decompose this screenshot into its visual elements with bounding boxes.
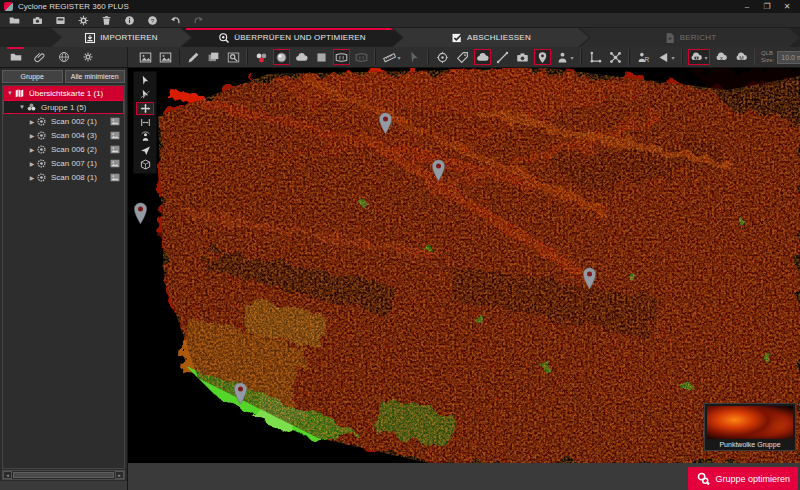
caret-down-icon[interactable]: ▼ <box>18 104 26 110</box>
scan-pin-5[interactable] <box>233 382 248 405</box>
snapshot-icon[interactable] <box>514 49 531 65</box>
cloud-mesh-icon[interactable]: M <box>733 49 750 65</box>
workflow-tab-bericht[interactable]: BERICHT <box>580 28 800 47</box>
multi-target-icon[interactable] <box>253 49 270 65</box>
caret-right-icon[interactable]: ▶ <box>28 132 36 139</box>
qlb-size-input[interactable]: 10.0 m <box>777 51 800 64</box>
tree-item-gruppe-1-5-[interactable]: ▼Gruppe 1 (5) <box>3 100 124 114</box>
panorama-view-icon[interactable] <box>333 49 350 65</box>
fly-tool-icon[interactable] <box>136 144 154 157</box>
scan-icon <box>36 172 48 183</box>
storage-icon[interactable] <box>54 14 67 26</box>
caret-right-icon[interactable]: ▶ <box>28 118 36 125</box>
workflow-bar: IMPORTIERENÜBERPRÜFEN UND OPTIMIERENABSC… <box>0 28 800 47</box>
scroll-right-arrow[interactable]: ▸ <box>115 471 124 479</box>
pan-tool-icon[interactable] <box>136 102 154 115</box>
quick-access-toolbar: ? <box>0 13 800 28</box>
apply-control-icon[interactable] <box>587 49 604 65</box>
info-icon[interactable] <box>123 14 136 26</box>
uav-setup-icon[interactable] <box>607 49 624 65</box>
settings-icon[interactable] <box>77 14 90 26</box>
thumbnail-strip-alt-icon[interactable] <box>157 49 174 65</box>
add-tag-icon[interactable] <box>454 49 471 65</box>
tree-item--bersichtskarte-1-1-[interactable]: ▼Übersichtskarte 1 (1) <box>3 86 124 100</box>
collapse-all-button[interactable]: Alle minimieren <box>65 70 126 83</box>
scan-pin-2[interactable] <box>378 112 393 135</box>
deselect-tool-icon[interactable] <box>136 88 154 101</box>
scroll-left-arrow[interactable]: ◂ <box>3 471 12 479</box>
tree-item-label: Scan 007 (1) <box>51 159 97 168</box>
measure-tool-icon[interactable]: ▾ <box>381 49 403 65</box>
sidebar-tab-strip <box>0 47 128 67</box>
window-title: Cyclone REGISTER 360 PLUS <box>18 2 738 11</box>
caret-right-icon[interactable]: ▶ <box>28 174 36 181</box>
cloud-link-icon[interactable] <box>474 49 491 65</box>
scan-tree: ▼Übersichtskarte 1 (1)▼Gruppe 1 (5)▶Scan… <box>2 85 125 469</box>
title-bar: Cyclone REGISTER 360 PLUS –❐✕ <box>0 0 800 13</box>
scan-icon <box>36 130 48 141</box>
walk-view-tool-icon[interactable] <box>136 130 154 143</box>
sidebar-horizontal-scrollbar[interactable]: ◂ ▸ <box>2 470 125 480</box>
minimize-button[interactable]: – <box>738 1 756 12</box>
publish-cloud-icon[interactable]: ▾ <box>688 49 710 65</box>
add-location-pin-icon[interactable] <box>534 49 551 65</box>
scan-pin-1[interactable] <box>133 202 148 225</box>
select-tool-icon[interactable] <box>136 74 154 87</box>
pointcloud-render <box>128 68 800 463</box>
tree-item-scan-004-3-[interactable]: ▶Scan 004 (3) <box>3 128 124 142</box>
scan-pin-3[interactable] <box>431 159 446 182</box>
sphere-target-icon[interactable] <box>273 49 290 65</box>
draw-line-icon[interactable] <box>494 49 511 65</box>
tree-item-scan-007-1-[interactable]: ▶Scan 007 (1) <box>3 156 124 170</box>
limit-cone-icon[interactable]: ▾ <box>655 49 677 65</box>
caret-down-icon[interactable]: ▼ <box>6 90 14 96</box>
undo-icon[interactable] <box>169 14 182 26</box>
workflow-tab-abschliessen[interactable]: ABSCHLIESSEN <box>393 28 589 47</box>
scan-pin-4[interactable] <box>582 267 597 290</box>
pointcloud-viewport[interactable]: Punktwolke Gruppe <box>128 68 800 463</box>
delete-icon[interactable] <box>100 14 113 26</box>
open-project-icon[interactable] <box>8 14 21 26</box>
scan-thumbnail-icon[interactable] <box>109 172 121 183</box>
scan-icon <box>36 158 48 169</box>
tree-item-label: Scan 002 (1) <box>51 117 97 126</box>
zoom-window-icon[interactable] <box>225 49 242 65</box>
tree-item-scan-002-1-[interactable]: ▶Scan 002 (1) <box>3 114 124 128</box>
plane-target-icon[interactable] <box>313 49 330 65</box>
viewer-position-icon[interactable]: ▾ <box>554 49 576 65</box>
cloud-export-icon[interactable]: x <box>713 49 730 65</box>
tree-item-scan-006-2-[interactable]: ▶Scan 006 (2) <box>3 142 124 156</box>
cloud-mode-icon[interactable] <box>293 49 310 65</box>
tab-attachments[interactable] <box>32 50 47 65</box>
svg-text:x: x <box>720 54 723 60</box>
tab-web[interactable] <box>56 50 71 65</box>
scan-thumbnail-icon[interactable] <box>109 116 121 127</box>
cube-view-tool-icon[interactable] <box>136 158 154 171</box>
target-disc-icon[interactable] <box>434 49 451 65</box>
optimize-group-button[interactable]: Gruppe optimieren <box>688 467 798 490</box>
scan-thumbnail-icon[interactable] <box>109 144 121 155</box>
distance-tool-icon[interactable] <box>136 116 154 129</box>
maximize-button[interactable]: ❐ <box>758 1 776 12</box>
caret-right-icon[interactable]: ▶ <box>28 146 36 153</box>
group-icon <box>26 102 38 113</box>
caret-right-icon[interactable]: ▶ <box>28 160 36 167</box>
scrollbar-thumb[interactable] <box>13 472 114 478</box>
map-icon <box>14 88 26 99</box>
tree-item-scan-008-1-[interactable]: ▶Scan 008 (1) <box>3 170 124 184</box>
thumbnail-strip-icon[interactable] <box>137 49 154 65</box>
workflow-tab--berpr-fen-und-optimieren[interactable]: ÜBERPRÜFEN UND OPTIMIEREN <box>182 28 402 47</box>
scan-thumbnail-icon[interactable] <box>109 130 121 141</box>
close-button[interactable]: ✕ <box>778 1 796 12</box>
split-view-icon[interactable] <box>205 49 222 65</box>
import-images-icon[interactable] <box>31 14 44 26</box>
help-icon[interactable]: ? <box>146 14 159 26</box>
tab-options[interactable] <box>80 50 95 65</box>
group-thumbnail-panel[interactable]: Punktwolke Gruppe <box>704 403 796 451</box>
register-assist-icon[interactable]: R <box>635 49 652 65</box>
scan-thumbnail-icon[interactable] <box>109 158 121 169</box>
collapse-group-button[interactable]: Gruppe minimieren <box>2 70 63 83</box>
workflow-tab-importieren[interactable]: IMPORTIEREN <box>51 28 191 47</box>
cleanup-tool-icon[interactable] <box>185 49 202 65</box>
tab-project[interactable] <box>8 50 23 65</box>
